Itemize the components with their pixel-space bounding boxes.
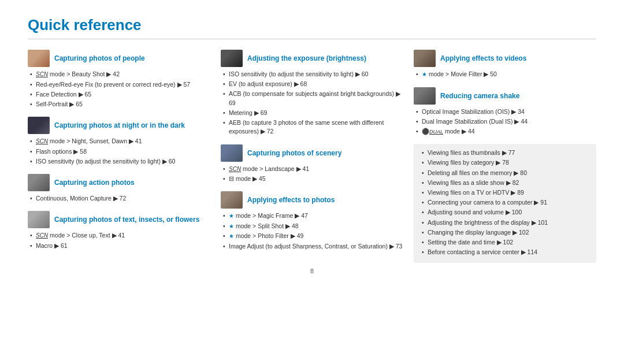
section-header-capturing-night: Capturing photos at night or in the dark: [28, 117, 210, 134]
list-item: Red-eye/Red-eye Fix (to prevent or corre…: [30, 80, 210, 89]
list-item: ★ mode > Photo Filter ▶ 49: [223, 232, 403, 241]
bullet-list-capturing-text: SCN mode > Close up, Text ▶ 41 Macro ▶ 6…: [28, 231, 210, 250]
section-reducing-shake: Reducing camera shake Optical Image Stab…: [414, 87, 596, 136]
list-item: Face Detection ▶ 65: [30, 90, 210, 99]
list-item: Viewing files on a TV or HDTV ▶ 89: [422, 188, 590, 197]
thumb-capturing-text: [28, 211, 50, 228]
section-title-capturing-scenery: Capturing photos of scenery: [247, 149, 341, 157]
list-item: Metering ▶ 69: [223, 109, 403, 117]
list-item: SCN mode > Close up, Text ▶ 41: [30, 231, 210, 240]
bullet-list-gray-box: Viewing files as thumbnails ▶ 77 Viewing…: [419, 148, 590, 257]
section-title-capturing-text: Capturing photos of text, insects, or fl…: [54, 216, 199, 224]
bullet-list-capturing-night: SCN mode > Night, Sunset, Dawn ▶ 41 Flas…: [28, 137, 210, 166]
column-3: Applying effects to videos ★ mode > Movi…: [414, 50, 596, 263]
bullet-list-adjusting-exposure: ISO sensitivity (to adjust the sensitivi…: [221, 70, 403, 136]
list-item: SCN mode > Landscape ▶ 41: [223, 165, 403, 174]
list-item: ★ mode > Magic Frame ▶ 47: [223, 211, 403, 221]
section-applying-photos: Applying effects to photos ★ mode > Magi…: [221, 191, 403, 251]
thumb-applying-videos: [414, 50, 436, 67]
bullet-list-capturing-people: SCN mode > Beauty Shot ▶ 42 Red-eye/Red-…: [28, 70, 210, 109]
thumb-capturing-night: [28, 117, 50, 134]
section-adjusting-exposure: Adjusting the exposure (brightness) ISO …: [221, 50, 403, 136]
bullet-list-capturing-scenery: SCN mode > Landscape ▶ 41 ⊟ mode ▶ 45: [221, 165, 403, 184]
list-item: Optical Image Stabilization (OIS) ▶ 34: [416, 107, 596, 116]
section-capturing-night: Capturing photos at night or in the dark…: [28, 117, 210, 166]
section-applying-videos: Applying effects to videos ★ mode > Movi…: [414, 50, 596, 79]
list-item: Self-Portrait ▶ 65: [30, 100, 210, 109]
content-columns: Capturing photos of people SCN mode > Be…: [28, 50, 596, 263]
section-title-capturing-people: Capturing photos of people: [54, 54, 145, 62]
section-header-applying-photos: Applying effects to photos: [221, 191, 403, 209]
column-1: Capturing photos of people SCN mode > Be…: [28, 50, 221, 263]
list-item: Adjusting the brightness of the display …: [422, 218, 590, 227]
page-container: Quick reference Capturing photos of peop…: [0, 0, 624, 286]
section-title-applying-videos: Applying effects to videos: [440, 54, 526, 62]
list-item: Adjusting sound and volume ▶ 100: [422, 208, 590, 217]
section-header-capturing-people: Capturing photos of people: [28, 50, 210, 67]
list-item: Image Adjust (to adjust Sharpness, Contr…: [223, 242, 403, 251]
list-item: SCN mode > Beauty Shot ▶ 42: [30, 70, 210, 79]
section-capturing-scenery: Capturing photos of scenery SCN mode > L…: [221, 144, 403, 184]
bullet-list-capturing-action: Continuous, Motion Capture ▶ 72: [28, 194, 210, 203]
list-item: ACB (to compensate for subjects against …: [223, 90, 403, 107]
thumb-applying-photos: [221, 191, 243, 209]
section-header-capturing-scenery: Capturing photos of scenery: [221, 144, 403, 162]
list-item: ISO sensitivity (to adjust the sensitivi…: [223, 70, 403, 79]
list-item: Viewing files by category ▶ 78: [422, 158, 590, 167]
list-item: Macro ▶ 61: [30, 242, 210, 250]
list-item: ⊟ mode ▶ 45: [223, 174, 403, 183]
thumb-capturing-scenery: [221, 144, 243, 162]
section-title-applying-photos: Applying effects to photos: [247, 196, 335, 204]
section-title-adjusting-exposure: Adjusting the exposure (brightness): [247, 54, 366, 62]
section-header-reducing-shake: Reducing camera shake: [414, 87, 596, 105]
list-item: Dual Image Stabilization (Dual IS) ▶ 44: [416, 117, 596, 126]
bullet-list-applying-videos: ★ mode > Movie Filter ▶ 50: [414, 70, 596, 79]
section-capturing-action: Capturing action photos Continuous, Moti…: [28, 174, 210, 203]
section-title-capturing-night: Capturing photos at night or in the dark: [54, 121, 185, 129]
list-item: Changing the display language ▶ 102: [422, 228, 590, 237]
title-divider: [28, 39, 596, 39]
column-2: Adjusting the exposure (brightness) ISO …: [221, 50, 414, 263]
list-item: SCN mode > Night, Sunset, Dawn ▶ 41: [30, 137, 210, 146]
section-header-adjusting-exposure: Adjusting the exposure (brightness): [221, 50, 403, 67]
list-item: EV (to adjust exposure) ▶ 68: [223, 80, 403, 88]
list-item: Connecting your camera to a computer ▶ 9…: [422, 198, 590, 207]
list-item: ISO sensitivity (to adjust the sensitivi…: [30, 157, 210, 166]
thumb-reducing-shake: [414, 87, 436, 105]
list-item: Before contacting a service center ▶ 114: [422, 248, 590, 257]
list-item: Flash options ▶ 58: [30, 147, 210, 156]
section-header-capturing-text: Capturing photos of text, insects, or fl…: [28, 211, 210, 228]
thumb-adjusting-exposure: [221, 50, 243, 67]
list-item: ★ mode > Movie Filter ▶ 50: [416, 70, 596, 79]
list-item: AEB (to capture 3 photos of the same sce…: [223, 118, 403, 136]
gray-box-viewing: Viewing files as thumbnails ▶ 77 Viewing…: [414, 144, 596, 262]
section-title-capturing-action: Capturing action photos: [54, 179, 135, 187]
page-title: Quick reference: [28, 16, 596, 34]
bullet-list-applying-photos: ★ mode > Magic Frame ▶ 47 ★ mode > Split…: [221, 211, 403, 251]
section-header-applying-videos: Applying effects to videos: [414, 50, 596, 67]
section-capturing-people: Capturing photos of people SCN mode > Be…: [28, 50, 210, 109]
thumb-capturing-action: [28, 174, 50, 191]
list-item: Viewing files as thumbnails ▶ 77: [422, 148, 590, 157]
thumb-capturing-people: [28, 50, 50, 67]
list-item: Viewing files as a slide show ▶ 82: [422, 179, 590, 187]
section-title-reducing-shake: Reducing camera shake: [440, 92, 519, 100]
section-header-capturing-action: Capturing action photos: [28, 174, 210, 191]
bullet-list-reducing-shake: Optical Image Stabilization (OIS) ▶ 34 D…: [414, 107, 596, 136]
section-capturing-text: Capturing photos of text, insects, or fl…: [28, 211, 210, 250]
list-item: ★ mode > Split Shot ▶ 48: [223, 222, 403, 231]
list-item: Continuous, Motion Capture ▶ 72: [30, 194, 210, 203]
list-item: ⚫DUAL mode ▶ 44: [416, 127, 596, 136]
list-item: Deleting all files on the memory ▶ 80: [422, 169, 590, 177]
list-item: Setting the date and time ▶ 102: [422, 238, 590, 247]
page-number: 8: [28, 268, 596, 274]
